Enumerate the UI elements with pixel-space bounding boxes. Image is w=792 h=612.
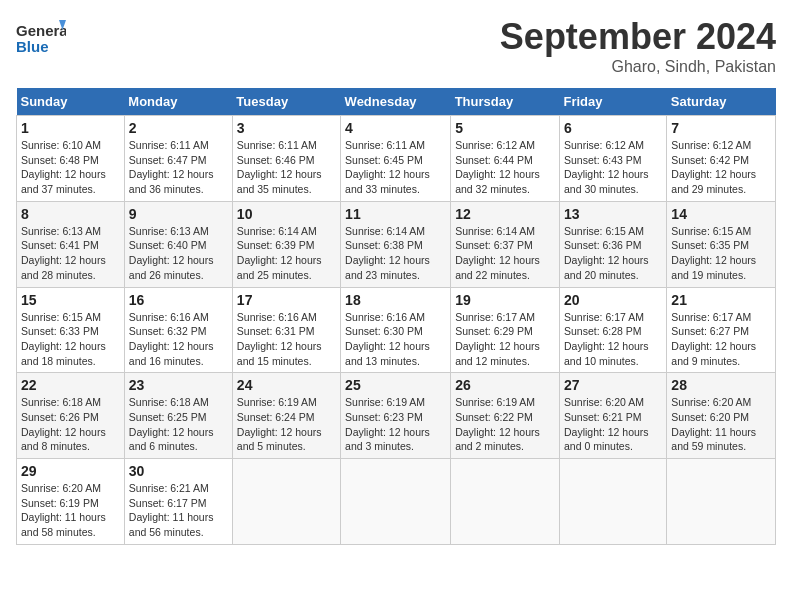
day-info: Sunrise: 6:20 AMSunset: 6:19 PMDaylight:… [21, 482, 106, 538]
day-info: Sunrise: 6:14 AMSunset: 6:39 PMDaylight:… [237, 225, 322, 281]
header-row: Sunday Monday Tuesday Wednesday Thursday… [17, 88, 776, 116]
calendar-cell: 28Sunrise: 6:20 AMSunset: 6:20 PMDayligh… [667, 373, 776, 459]
calendar-cell: 18Sunrise: 6:16 AMSunset: 6:30 PMDayligh… [341, 287, 451, 373]
day-number: 19 [455, 292, 555, 308]
day-number: 30 [129, 463, 228, 479]
calendar-cell: 19Sunrise: 6:17 AMSunset: 6:29 PMDayligh… [451, 287, 560, 373]
day-info: Sunrise: 6:12 AMSunset: 6:43 PMDaylight:… [564, 139, 649, 195]
day-number: 11 [345, 206, 446, 222]
calendar-cell: 16Sunrise: 6:16 AMSunset: 6:32 PMDayligh… [124, 287, 232, 373]
calendar-cell: 27Sunrise: 6:20 AMSunset: 6:21 PMDayligh… [559, 373, 666, 459]
calendar-cell: 5Sunrise: 6:12 AMSunset: 6:44 PMDaylight… [451, 116, 560, 202]
day-number: 17 [237, 292, 336, 308]
calendar-cell: 9Sunrise: 6:13 AMSunset: 6:40 PMDaylight… [124, 201, 232, 287]
day-number: 15 [21, 292, 120, 308]
day-number: 26 [455, 377, 555, 393]
day-info: Sunrise: 6:20 AMSunset: 6:20 PMDaylight:… [671, 396, 756, 452]
calendar-week-1: 1Sunrise: 6:10 AMSunset: 6:48 PMDaylight… [17, 116, 776, 202]
col-friday: Friday [559, 88, 666, 116]
day-number: 16 [129, 292, 228, 308]
day-info: Sunrise: 6:17 AMSunset: 6:28 PMDaylight:… [564, 311, 649, 367]
day-number: 25 [345, 377, 446, 393]
calendar-cell [451, 459, 560, 545]
calendar-week-4: 22Sunrise: 6:18 AMSunset: 6:26 PMDayligh… [17, 373, 776, 459]
day-info: Sunrise: 6:15 AMSunset: 6:35 PMDaylight:… [671, 225, 756, 281]
calendar-cell: 30Sunrise: 6:21 AMSunset: 6:17 PMDayligh… [124, 459, 232, 545]
page-header: General Blue September 2024 Gharo, Sindh… [16, 16, 776, 76]
day-number: 20 [564, 292, 662, 308]
calendar-cell: 25Sunrise: 6:19 AMSunset: 6:23 PMDayligh… [341, 373, 451, 459]
day-info: Sunrise: 6:11 AMSunset: 6:45 PMDaylight:… [345, 139, 430, 195]
day-info: Sunrise: 6:11 AMSunset: 6:47 PMDaylight:… [129, 139, 214, 195]
day-info: Sunrise: 6:11 AMSunset: 6:46 PMDaylight:… [237, 139, 322, 195]
calendar-cell: 14Sunrise: 6:15 AMSunset: 6:35 PMDayligh… [667, 201, 776, 287]
day-info: Sunrise: 6:15 AMSunset: 6:33 PMDaylight:… [21, 311, 106, 367]
calendar-cell [559, 459, 666, 545]
day-info: Sunrise: 6:10 AMSunset: 6:48 PMDaylight:… [21, 139, 106, 195]
col-wednesday: Wednesday [341, 88, 451, 116]
col-sunday: Sunday [17, 88, 125, 116]
day-info: Sunrise: 6:14 AMSunset: 6:37 PMDaylight:… [455, 225, 540, 281]
calendar-cell: 1Sunrise: 6:10 AMSunset: 6:48 PMDaylight… [17, 116, 125, 202]
day-number: 18 [345, 292, 446, 308]
col-saturday: Saturday [667, 88, 776, 116]
calendar-cell: 10Sunrise: 6:14 AMSunset: 6:39 PMDayligh… [232, 201, 340, 287]
day-info: Sunrise: 6:16 AMSunset: 6:31 PMDaylight:… [237, 311, 322, 367]
day-info: Sunrise: 6:12 AMSunset: 6:44 PMDaylight:… [455, 139, 540, 195]
calendar-body: 1Sunrise: 6:10 AMSunset: 6:48 PMDaylight… [17, 116, 776, 545]
day-number: 3 [237, 120, 336, 136]
col-thursday: Thursday [451, 88, 560, 116]
day-info: Sunrise: 6:17 AMSunset: 6:27 PMDaylight:… [671, 311, 756, 367]
calendar-cell: 24Sunrise: 6:19 AMSunset: 6:24 PMDayligh… [232, 373, 340, 459]
day-info: Sunrise: 6:21 AMSunset: 6:17 PMDaylight:… [129, 482, 214, 538]
calendar-cell: 29Sunrise: 6:20 AMSunset: 6:19 PMDayligh… [17, 459, 125, 545]
calendar-cell: 22Sunrise: 6:18 AMSunset: 6:26 PMDayligh… [17, 373, 125, 459]
svg-text:Blue: Blue [16, 38, 49, 55]
calendar-cell: 21Sunrise: 6:17 AMSunset: 6:27 PMDayligh… [667, 287, 776, 373]
calendar-week-3: 15Sunrise: 6:15 AMSunset: 6:33 PMDayligh… [17, 287, 776, 373]
day-info: Sunrise: 6:17 AMSunset: 6:29 PMDaylight:… [455, 311, 540, 367]
calendar-cell: 7Sunrise: 6:12 AMSunset: 6:42 PMDaylight… [667, 116, 776, 202]
day-number: 6 [564, 120, 662, 136]
calendar-cell: 3Sunrise: 6:11 AMSunset: 6:46 PMDaylight… [232, 116, 340, 202]
day-info: Sunrise: 6:15 AMSunset: 6:36 PMDaylight:… [564, 225, 649, 281]
day-info: Sunrise: 6:13 AMSunset: 6:41 PMDaylight:… [21, 225, 106, 281]
day-number: 4 [345, 120, 446, 136]
day-number: 21 [671, 292, 771, 308]
col-tuesday: Tuesday [232, 88, 340, 116]
calendar-cell: 17Sunrise: 6:16 AMSunset: 6:31 PMDayligh… [232, 287, 340, 373]
day-info: Sunrise: 6:16 AMSunset: 6:32 PMDaylight:… [129, 311, 214, 367]
calendar-cell: 13Sunrise: 6:15 AMSunset: 6:36 PMDayligh… [559, 201, 666, 287]
day-info: Sunrise: 6:12 AMSunset: 6:42 PMDaylight:… [671, 139, 756, 195]
day-number: 29 [21, 463, 120, 479]
day-number: 7 [671, 120, 771, 136]
day-number: 27 [564, 377, 662, 393]
calendar-cell [341, 459, 451, 545]
day-info: Sunrise: 6:16 AMSunset: 6:30 PMDaylight:… [345, 311, 430, 367]
calendar-cell: 6Sunrise: 6:12 AMSunset: 6:43 PMDaylight… [559, 116, 666, 202]
day-info: Sunrise: 6:19 AMSunset: 6:23 PMDaylight:… [345, 396, 430, 452]
day-info: Sunrise: 6:13 AMSunset: 6:40 PMDaylight:… [129, 225, 214, 281]
month-title: September 2024 [500, 16, 776, 58]
day-number: 10 [237, 206, 336, 222]
day-info: Sunrise: 6:20 AMSunset: 6:21 PMDaylight:… [564, 396, 649, 452]
location-title: Gharo, Sindh, Pakistan [500, 58, 776, 76]
calendar-cell: 11Sunrise: 6:14 AMSunset: 6:38 PMDayligh… [341, 201, 451, 287]
day-info: Sunrise: 6:19 AMSunset: 6:22 PMDaylight:… [455, 396, 540, 452]
day-number: 12 [455, 206, 555, 222]
day-info: Sunrise: 6:18 AMSunset: 6:26 PMDaylight:… [21, 396, 106, 452]
calendar-cell: 20Sunrise: 6:17 AMSunset: 6:28 PMDayligh… [559, 287, 666, 373]
day-number: 1 [21, 120, 120, 136]
day-number: 5 [455, 120, 555, 136]
day-number: 9 [129, 206, 228, 222]
day-info: Sunrise: 6:19 AMSunset: 6:24 PMDaylight:… [237, 396, 322, 452]
day-number: 23 [129, 377, 228, 393]
calendar-cell: 15Sunrise: 6:15 AMSunset: 6:33 PMDayligh… [17, 287, 125, 373]
day-number: 14 [671, 206, 771, 222]
day-info: Sunrise: 6:18 AMSunset: 6:25 PMDaylight:… [129, 396, 214, 452]
logo-svg: General Blue [16, 16, 66, 60]
svg-text:General: General [16, 22, 66, 39]
calendar-week-5: 29Sunrise: 6:20 AMSunset: 6:19 PMDayligh… [17, 459, 776, 545]
day-number: 8 [21, 206, 120, 222]
calendar-week-2: 8Sunrise: 6:13 AMSunset: 6:41 PMDaylight… [17, 201, 776, 287]
